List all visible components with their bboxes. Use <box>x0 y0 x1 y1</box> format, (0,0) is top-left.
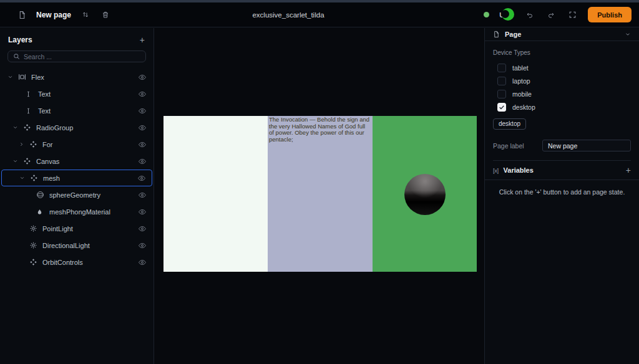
eye-icon[interactable] <box>138 175 145 182</box>
delete-page-icon[interactable] <box>100 9 111 21</box>
layers-search[interactable] <box>7 50 146 62</box>
artboard-column-3[interactable] <box>373 116 477 272</box>
layer-label: meshPhongMaterial <box>49 208 139 216</box>
layer-label: Flex <box>31 74 139 81</box>
redo-icon[interactable] <box>545 9 557 21</box>
active-device-chip[interactable]: desktop <box>493 118 526 130</box>
eye-icon[interactable] <box>139 191 146 199</box>
search-input[interactable] <box>24 53 140 60</box>
invocation-text[interactable]: The Invocation — Behold the sign and the… <box>268 116 373 143</box>
user-avatar[interactable]: U <box>499 8 514 22</box>
topbar: New page exclusive_scarlet_tilda U <box>0 2 639 27</box>
checkbox-desktop-checked[interactable] <box>497 103 506 112</box>
checkbox-laptop[interactable] <box>497 77 506 85</box>
component-icon <box>23 157 35 165</box>
layer-label: mesh <box>43 175 138 182</box>
page-icon <box>493 31 500 38</box>
layer-label: For <box>42 141 139 148</box>
checkbox-label: tablet <box>512 64 529 72</box>
checkbox-label: laptop <box>512 77 530 85</box>
layer-row-directionallight[interactable]: DirectionalLight <box>0 237 154 254</box>
checkbox-mobile[interactable] <box>497 90 506 98</box>
layer-label: DirectionalLight <box>42 242 139 249</box>
checkbox-label: mobile <box>512 90 532 98</box>
publish-button[interactable]: Publish <box>588 7 632 22</box>
layer-label: Text <box>38 107 139 115</box>
component-icon <box>30 174 42 182</box>
eye-icon[interactable] <box>139 124 146 132</box>
chevron-down-icon[interactable] <box>19 175 30 181</box>
eye-icon[interactable] <box>139 74 146 81</box>
page-label-label: Page label <box>493 142 524 150</box>
layer-row-for[interactable]: For <box>0 136 154 153</box>
3d-sphere[interactable] <box>404 174 446 215</box>
text-icon <box>25 107 37 115</box>
page-state-empty-hint: Click on the '+' button to add an page s… <box>485 180 639 204</box>
layer-row-orbitcontrols[interactable]: OrbitControls <box>0 254 154 271</box>
eye-icon[interactable] <box>139 208 146 216</box>
chevron-down-icon[interactable] <box>7 74 18 80</box>
layer-row-pointlight[interactable]: PointLight <box>0 220 154 237</box>
layers-title: Layers <box>8 36 32 44</box>
device-type-laptop[interactable]: laptop <box>497 74 631 87</box>
layer-label: OrbitControls <box>42 259 139 266</box>
undo-icon[interactable] <box>524 9 535 21</box>
eye-icon[interactable] <box>139 107 146 115</box>
variables-section-header[interactable]: [x] Variables + <box>485 161 639 180</box>
page-panel-header[interactable]: Page <box>485 28 639 41</box>
component-icon <box>23 123 35 132</box>
eye-icon[interactable] <box>139 158 146 165</box>
fullscreen-icon[interactable] <box>567 9 578 21</box>
flex-container-icon <box>18 73 30 81</box>
eye-icon[interactable] <box>139 141 146 148</box>
artboard[interactable]: The Invocation — Behold the sign and the… <box>163 116 477 272</box>
chevron-down-icon[interactable] <box>12 125 23 130</box>
swap-page-icon[interactable] <box>80 9 91 21</box>
add-variable-button[interactable]: + <box>626 166 631 175</box>
eye-icon[interactable] <box>139 90 146 98</box>
layer-row-meshphongmaterial[interactable]: meshPhongMaterial <box>0 203 154 220</box>
checkbox-tablet[interactable] <box>497 64 506 72</box>
layer-row-mesh-selected[interactable]: mesh <box>1 170 152 186</box>
page-file-icon[interactable] <box>16 9 27 21</box>
canvas-viewport[interactable]: The Invocation — Behold the sign and the… <box>154 28 484 364</box>
device-type-desktop[interactable]: desktop <box>497 100 631 113</box>
device-type-tablet[interactable]: tablet <box>497 61 631 74</box>
artboard-column-1[interactable] <box>163 116 268 272</box>
chevron-right-icon[interactable] <box>19 141 29 147</box>
eye-icon[interactable] <box>139 225 146 232</box>
layer-row-canvas[interactable]: Canvas <box>0 153 154 170</box>
current-page-name[interactable]: New page <box>36 11 71 19</box>
layer-label: sphereGeometry <box>49 191 139 199</box>
eye-icon[interactable] <box>139 259 146 266</box>
page-label-input[interactable] <box>542 140 631 151</box>
layer-label: RadioGroup <box>36 124 139 132</box>
layer-row-spheregeometry[interactable]: sphereGeometry <box>0 186 154 203</box>
component-icon <box>29 258 41 266</box>
variables-title: Variables <box>504 166 621 174</box>
layer-label: Canvas <box>36 158 139 165</box>
project-title: exclusive_scarlet_tilda <box>252 11 324 19</box>
light-icon <box>29 241 41 249</box>
chevron-down-icon[interactable] <box>12 158 23 164</box>
text-icon <box>25 90 37 98</box>
device-type-mobile[interactable]: mobile <box>497 87 631 100</box>
page-settings-panel: Page Device Types tablet laptop mobile <box>484 28 639 364</box>
add-layer-button[interactable]: + <box>140 36 145 44</box>
material-droplet-icon <box>36 208 48 216</box>
variables-icon: [x] <box>493 167 499 174</box>
layer-row-flex[interactable]: Flex <box>0 69 154 85</box>
layer-row-text[interactable]: Text <box>0 85 154 102</box>
layer-label: Text <box>38 90 139 98</box>
page-panel-title: Page <box>505 31 620 38</box>
chevron-down-icon[interactable] <box>625 31 631 37</box>
light-icon <box>29 224 41 232</box>
layer-label: PointLight <box>42 225 139 232</box>
search-icon <box>13 53 20 60</box>
artboard-column-2[interactable]: The Invocation — Behold the sign and the… <box>268 116 373 272</box>
layers-tree: Flex Text Text RadioGroup <box>0 69 154 271</box>
device-types-label: Device Types <box>493 49 631 56</box>
layer-row-radiogroup[interactable]: RadioGroup <box>0 119 154 136</box>
eye-icon[interactable] <box>139 242 146 249</box>
layer-row-text[interactable]: Text <box>0 102 154 119</box>
